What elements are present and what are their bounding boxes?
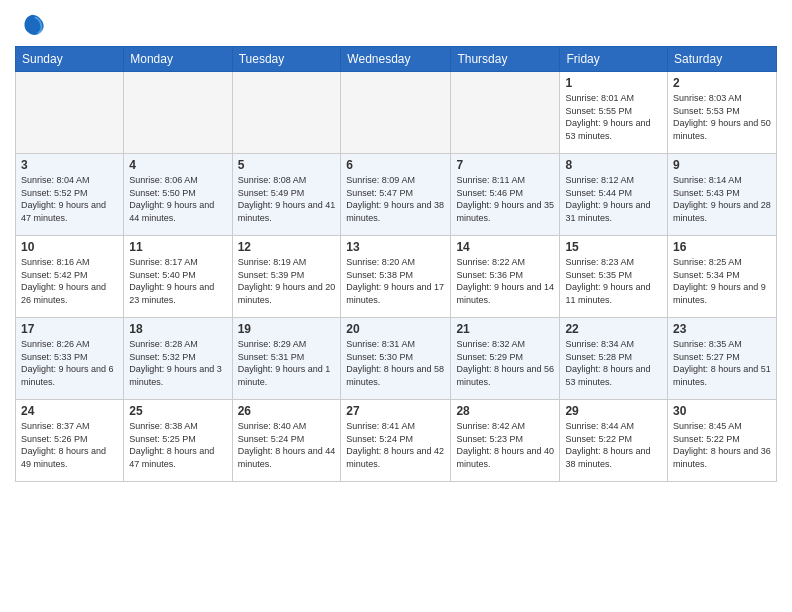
calendar-cell: 24Sunrise: 8:37 AMSunset: 5:26 PMDayligh… [16,400,124,482]
day-info: Sunrise: 8:45 AMSunset: 5:22 PMDaylight:… [673,420,771,470]
calendar-cell: 2Sunrise: 8:03 AMSunset: 5:53 PMDaylight… [668,72,777,154]
calendar-cell: 16Sunrise: 8:25 AMSunset: 5:34 PMDayligh… [668,236,777,318]
day-number: 20 [346,322,445,336]
calendar-cell: 29Sunrise: 8:44 AMSunset: 5:22 PMDayligh… [560,400,668,482]
day-number: 26 [238,404,336,418]
weekday-header: Friday [560,47,668,72]
calendar-row: 1Sunrise: 8:01 AMSunset: 5:55 PMDaylight… [16,72,777,154]
day-info: Sunrise: 8:11 AMSunset: 5:46 PMDaylight:… [456,174,554,224]
day-info: Sunrise: 8:06 AMSunset: 5:50 PMDaylight:… [129,174,226,224]
day-info: Sunrise: 8:26 AMSunset: 5:33 PMDaylight:… [21,338,118,388]
calendar-cell: 12Sunrise: 8:19 AMSunset: 5:39 PMDayligh… [232,236,341,318]
calendar-cell: 21Sunrise: 8:32 AMSunset: 5:29 PMDayligh… [451,318,560,400]
calendar-cell: 4Sunrise: 8:06 AMSunset: 5:50 PMDaylight… [124,154,232,236]
day-info: Sunrise: 8:38 AMSunset: 5:25 PMDaylight:… [129,420,226,470]
day-info: Sunrise: 8:32 AMSunset: 5:29 PMDaylight:… [456,338,554,388]
day-info: Sunrise: 8:41 AMSunset: 5:24 PMDaylight:… [346,420,445,470]
weekday-header-row: SundayMondayTuesdayWednesdayThursdayFrid… [16,47,777,72]
day-number: 28 [456,404,554,418]
day-info: Sunrise: 8:42 AMSunset: 5:23 PMDaylight:… [456,420,554,470]
calendar-cell: 20Sunrise: 8:31 AMSunset: 5:30 PMDayligh… [341,318,451,400]
calendar-cell: 26Sunrise: 8:40 AMSunset: 5:24 PMDayligh… [232,400,341,482]
day-info: Sunrise: 8:22 AMSunset: 5:36 PMDaylight:… [456,256,554,306]
calendar-cell: 1Sunrise: 8:01 AMSunset: 5:55 PMDaylight… [560,72,668,154]
day-number: 27 [346,404,445,418]
calendar-cell [124,72,232,154]
day-number: 2 [673,76,771,90]
calendar-cell [232,72,341,154]
day-info: Sunrise: 8:35 AMSunset: 5:27 PMDaylight:… [673,338,771,388]
calendar-row: 3Sunrise: 8:04 AMSunset: 5:52 PMDaylight… [16,154,777,236]
day-info: Sunrise: 8:03 AMSunset: 5:53 PMDaylight:… [673,92,771,142]
day-number: 23 [673,322,771,336]
day-number: 10 [21,240,118,254]
day-info: Sunrise: 8:29 AMSunset: 5:31 PMDaylight:… [238,338,336,388]
calendar-cell: 25Sunrise: 8:38 AMSunset: 5:25 PMDayligh… [124,400,232,482]
calendar-cell: 30Sunrise: 8:45 AMSunset: 5:22 PMDayligh… [668,400,777,482]
calendar-cell: 13Sunrise: 8:20 AMSunset: 5:38 PMDayligh… [341,236,451,318]
weekday-header: Saturday [668,47,777,72]
day-number: 3 [21,158,118,172]
calendar-cell: 15Sunrise: 8:23 AMSunset: 5:35 PMDayligh… [560,236,668,318]
calendar-cell: 5Sunrise: 8:08 AMSunset: 5:49 PMDaylight… [232,154,341,236]
day-info: Sunrise: 8:28 AMSunset: 5:32 PMDaylight:… [129,338,226,388]
day-info: Sunrise: 8:34 AMSunset: 5:28 PMDaylight:… [565,338,662,388]
calendar-cell: 22Sunrise: 8:34 AMSunset: 5:28 PMDayligh… [560,318,668,400]
calendar-cell: 6Sunrise: 8:09 AMSunset: 5:47 PMDaylight… [341,154,451,236]
day-number: 13 [346,240,445,254]
calendar-cell: 27Sunrise: 8:41 AMSunset: 5:24 PMDayligh… [341,400,451,482]
calendar-cell: 3Sunrise: 8:04 AMSunset: 5:52 PMDaylight… [16,154,124,236]
weekday-header: Tuesday [232,47,341,72]
day-number: 5 [238,158,336,172]
page: SundayMondayTuesdayWednesdayThursdayFrid… [0,0,792,612]
day-number: 6 [346,158,445,172]
day-info: Sunrise: 8:31 AMSunset: 5:30 PMDaylight:… [346,338,445,388]
day-number: 12 [238,240,336,254]
day-number: 16 [673,240,771,254]
day-info: Sunrise: 8:01 AMSunset: 5:55 PMDaylight:… [565,92,662,142]
day-number: 17 [21,322,118,336]
calendar-row: 24Sunrise: 8:37 AMSunset: 5:26 PMDayligh… [16,400,777,482]
day-number: 24 [21,404,118,418]
weekday-header: Sunday [16,47,124,72]
day-info: Sunrise: 8:12 AMSunset: 5:44 PMDaylight:… [565,174,662,224]
calendar-cell [341,72,451,154]
day-number: 25 [129,404,226,418]
day-number: 9 [673,158,771,172]
day-info: Sunrise: 8:19 AMSunset: 5:39 PMDaylight:… [238,256,336,306]
day-info: Sunrise: 8:17 AMSunset: 5:40 PMDaylight:… [129,256,226,306]
weekday-header: Wednesday [341,47,451,72]
logo-icon [18,10,46,38]
day-number: 30 [673,404,771,418]
logo [15,10,46,38]
calendar-cell [16,72,124,154]
day-number: 22 [565,322,662,336]
calendar-cell: 28Sunrise: 8:42 AMSunset: 5:23 PMDayligh… [451,400,560,482]
calendar-cell: 11Sunrise: 8:17 AMSunset: 5:40 PMDayligh… [124,236,232,318]
day-info: Sunrise: 8:37 AMSunset: 5:26 PMDaylight:… [21,420,118,470]
calendar-cell: 18Sunrise: 8:28 AMSunset: 5:32 PMDayligh… [124,318,232,400]
calendar-cell: 7Sunrise: 8:11 AMSunset: 5:46 PMDaylight… [451,154,560,236]
day-number: 1 [565,76,662,90]
calendar-row: 17Sunrise: 8:26 AMSunset: 5:33 PMDayligh… [16,318,777,400]
day-number: 14 [456,240,554,254]
day-number: 4 [129,158,226,172]
day-info: Sunrise: 8:14 AMSunset: 5:43 PMDaylight:… [673,174,771,224]
calendar-cell: 17Sunrise: 8:26 AMSunset: 5:33 PMDayligh… [16,318,124,400]
calendar-cell: 14Sunrise: 8:22 AMSunset: 5:36 PMDayligh… [451,236,560,318]
day-number: 29 [565,404,662,418]
calendar-cell: 10Sunrise: 8:16 AMSunset: 5:42 PMDayligh… [16,236,124,318]
calendar-cell [451,72,560,154]
calendar-row: 10Sunrise: 8:16 AMSunset: 5:42 PMDayligh… [16,236,777,318]
calendar-cell: 19Sunrise: 8:29 AMSunset: 5:31 PMDayligh… [232,318,341,400]
calendar-cell: 23Sunrise: 8:35 AMSunset: 5:27 PMDayligh… [668,318,777,400]
day-info: Sunrise: 8:08 AMSunset: 5:49 PMDaylight:… [238,174,336,224]
day-number: 11 [129,240,226,254]
header [15,10,777,38]
calendar-cell: 9Sunrise: 8:14 AMSunset: 5:43 PMDaylight… [668,154,777,236]
day-number: 19 [238,322,336,336]
calendar: SundayMondayTuesdayWednesdayThursdayFrid… [15,46,777,482]
day-info: Sunrise: 8:16 AMSunset: 5:42 PMDaylight:… [21,256,118,306]
day-info: Sunrise: 8:44 AMSunset: 5:22 PMDaylight:… [565,420,662,470]
day-info: Sunrise: 8:20 AMSunset: 5:38 PMDaylight:… [346,256,445,306]
